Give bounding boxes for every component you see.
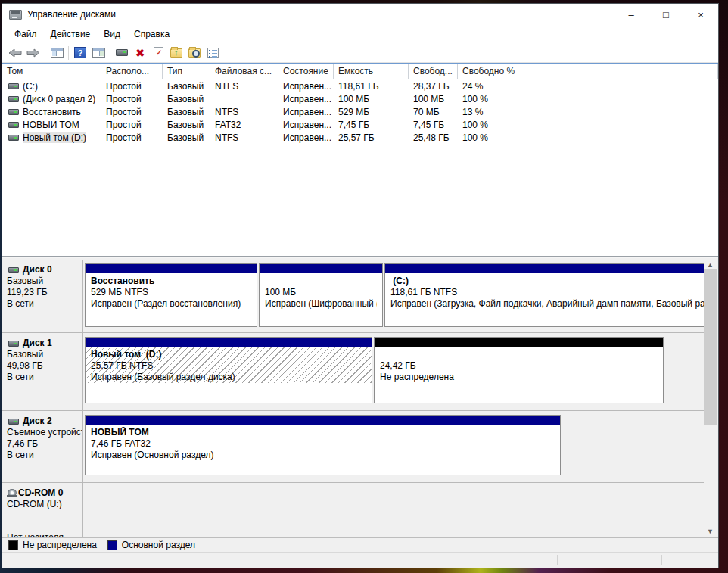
- disk-header-0[interactable]: Диск 0Базовый119,23 ГБВ сети: [2, 260, 83, 332]
- scroll-down-arrow-icon[interactable]: ▼: [704, 525, 717, 537]
- partition-color-band: [375, 338, 663, 347]
- column-header-2[interactable]: Тип: [163, 64, 210, 79]
- volume-list[interactable]: ТомРасполо...ТипФайловая с...СостояниеЕм…: [2, 63, 718, 257]
- scrollbar-thumb[interactable]: [704, 269, 717, 425]
- cell-free: 28,37 ГБ: [409, 81, 458, 92]
- disk-header-3[interactable]: CD-ROM 0CD-ROM (U:) Нет носителя: [2, 483, 83, 537]
- column-header-5[interactable]: Емкость: [334, 64, 409, 79]
- disk-info-line: В сети: [7, 450, 79, 461]
- menu-item-0[interactable]: Файл: [8, 26, 44, 42]
- volume-label: (C:): [23, 81, 38, 92]
- partition-name: Новый том (D:): [91, 349, 366, 360]
- disk-info-line: 119,23 ГБ: [7, 287, 79, 298]
- cell-free: 25,48 ГБ: [409, 132, 458, 143]
- partition-status: Исправен (Загрузка, Файл подкачки, Авари…: [390, 298, 704, 310]
- maximize-button[interactable]: □: [649, 4, 683, 25]
- partition-volume[interactable]: НОВЫЙ ТОМ7,46 ГБ FAT32Исправен (Основной…: [85, 415, 561, 475]
- checklist-icon[interactable]: [204, 45, 222, 61]
- menu-item-1[interactable]: Действие: [44, 26, 98, 42]
- partition-volume[interactable]: Новый том (D:)25,57 ГБ NTFSИсправен (Баз…: [85, 337, 372, 403]
- volume-list-header: ТомРасполо...ТипФайловая с...СостояниеЕм…: [2, 64, 718, 79]
- partition-unallocated[interactable]: 24,42 ГБНе распределена: [374, 337, 664, 403]
- disk-icon: [8, 419, 19, 425]
- check-document-icon[interactable]: [149, 45, 167, 61]
- disk-info-line: Съемное устройство: [7, 427, 79, 438]
- table-row[interactable]: (Диск 0 раздел 2)ПростойБазовыйИсправен.…: [2, 92, 718, 105]
- disk-management-window: Управление дисками – □ × ФайлДействиеВид…: [2, 3, 719, 568]
- vertical-scrollbar[interactable]: ▲ ▼: [704, 258, 717, 537]
- column-header-4[interactable]: Состояние: [278, 64, 334, 79]
- legend-swatch: [107, 540, 117, 550]
- partition-color-band: [385, 264, 704, 274]
- legend-item-1: Основной раздел: [107, 540, 195, 550]
- partition-status: Не распределена: [380, 372, 658, 383]
- close-button[interactable]: ×: [683, 4, 718, 25]
- column-header-filler: [524, 64, 718, 79]
- disk-partitions-0: Восстановить529 МБ NTFSИсправен (Раздел …: [83, 260, 704, 332]
- partition-volume[interactable]: 100 МБИсправен (Шифрованный (EFI) систем…: [259, 263, 383, 327]
- cell-free_pct: 100 %: [458, 132, 524, 143]
- disk-header-2[interactable]: Диск 2Съемное устройство7,46 ГБВ сети: [2, 411, 83, 482]
- app-icon: [9, 10, 22, 20]
- cell-layout: Простой: [101, 120, 163, 130]
- cell-status: Исправен...: [278, 81, 334, 92]
- partition-status: Исправен (Базовый раздел диска): [91, 372, 366, 383]
- partition-size: 529 МБ NTFS: [91, 287, 251, 298]
- volume-icon: [8, 135, 19, 141]
- volume-icon: [8, 96, 19, 102]
- partition-name: (C:): [390, 276, 704, 287]
- folder-up-icon[interactable]: [167, 45, 185, 61]
- partition-size: 25,57 ГБ NTFS: [91, 360, 366, 372]
- menu-item-2[interactable]: Вид: [97, 26, 127, 42]
- graphical-view: Диск 0Базовый119,23 ГБВ сетиВосстановить…: [2, 257, 718, 568]
- disk-row-0: Диск 0Базовый119,23 ГБВ сетиВосстановить…: [2, 260, 704, 333]
- partition-name: [265, 276, 377, 287]
- table-row[interactable]: (C:)ПростойБазовыйNTFSИсправен...118,61 …: [2, 79, 718, 92]
- disk-icon: [8, 341, 19, 347]
- cell-capacity: 529 МБ: [334, 107, 409, 117]
- column-header-3[interactable]: Файловая с...: [210, 64, 278, 79]
- table-row[interactable]: ВосстановитьПростойБазовыйNTFSИсправен..…: [2, 105, 718, 118]
- back-icon[interactable]: [6, 45, 24, 61]
- delete-icon[interactable]: ✖: [131, 45, 149, 61]
- cell-type: Базовый: [163, 107, 210, 117]
- cell-volume: НОВЫЙ ТОМ: [2, 120, 101, 130]
- table-row[interactable]: НОВЫЙ ТОМПростойБазовыйFAT32Исправен...7…: [2, 118, 718, 131]
- cell-type: Базовый: [163, 94, 210, 104]
- partition-color-band: [86, 338, 372, 347]
- volume-icon: [8, 122, 19, 128]
- cell-free_pct: 24 %: [458, 81, 524, 92]
- forward-icon[interactable]: [24, 45, 42, 61]
- cell-fs: NTFS: [210, 132, 278, 143]
- device-icon[interactable]: [113, 45, 131, 61]
- table-row[interactable]: Новый том (D:)ПростойБазовыйNTFSИсправен…: [2, 131, 718, 144]
- disk-info-line: [7, 510, 79, 522]
- help-icon[interactable]: ?: [71, 45, 89, 61]
- partition-volume[interactable]: Восстановить529 МБ NTFSИсправен (Раздел …: [85, 263, 257, 327]
- disk-title: CD-ROM 0: [7, 487, 79, 499]
- status-bar: [2, 552, 718, 568]
- column-header-1[interactable]: Располо...: [101, 64, 163, 79]
- column-header-0[interactable]: Том: [2, 64, 101, 79]
- console-tree-icon[interactable]: [48, 45, 66, 61]
- cell-capacity: 118,61 ГБ: [334, 81, 409, 92]
- cell-fs: FAT32: [210, 120, 278, 130]
- cell-free: 7,45 ГБ: [409, 120, 458, 130]
- cell-volume: Восстановить: [2, 107, 101, 117]
- column-header-7[interactable]: Свободно %: [458, 64, 524, 79]
- cell-layout: Простой: [101, 94, 163, 104]
- legend-swatch: [8, 540, 18, 550]
- cell-volume: (Диск 0 раздел 2): [2, 94, 101, 104]
- partition-volume[interactable]: (C:)118,61 ГБ NTFSИсправен (Загрузка, Фа…: [384, 263, 704, 327]
- cell-layout: Простой: [101, 107, 163, 117]
- partition-status: Исправен (Раздел восстановления): [91, 298, 251, 310]
- menu-item-3[interactable]: Справка: [127, 26, 176, 42]
- partition-body: 24,42 ГБНе распределена: [375, 347, 663, 383]
- disk-row-2: Диск 2Съемное устройство7,46 ГБВ сетиНОВ…: [2, 411, 704, 483]
- folder-search-icon[interactable]: [185, 45, 204, 61]
- cell-fs: NTFS: [210, 107, 278, 117]
- minimize-button[interactable]: –: [614, 4, 649, 25]
- column-header-6[interactable]: Свобод...: [409, 64, 458, 79]
- disk-header-1[interactable]: Диск 1Базовый49,98 ГБВ сети: [2, 333, 83, 410]
- action-pane-icon[interactable]: [89, 45, 107, 61]
